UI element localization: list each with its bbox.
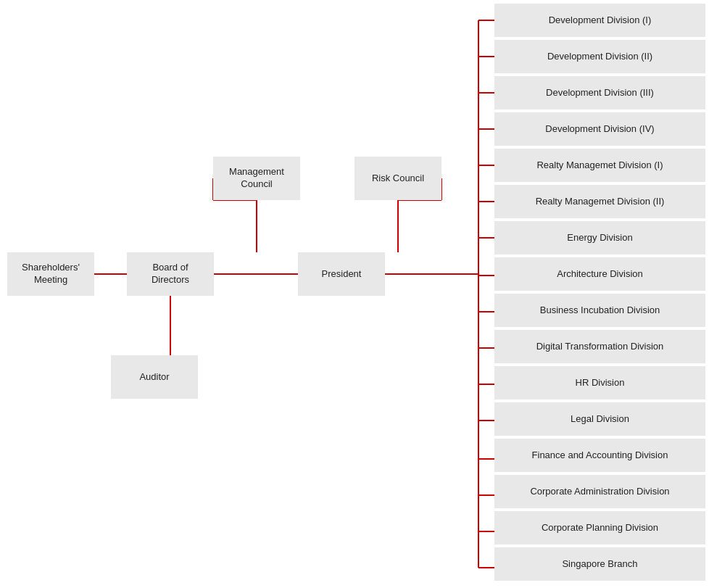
division-node-7: Architecture Division [494, 257, 705, 291]
division-node-10: HR Division [494, 366, 705, 399]
division-node-1: Development Division (II) [494, 40, 705, 73]
division-node-14: Corporate Planning Division [494, 511, 705, 544]
division-node-2: Development Division (III) [494, 76, 705, 109]
division-node-13: Corporate Administration Division [494, 475, 705, 508]
org-chart: Shareholders' Meeting Board of Directors… [0, 0, 709, 588]
division-node-15: Singapore Branch [494, 547, 705, 581]
division-node-11: Legal Division [494, 402, 705, 436]
division-node-0: Development Division (I) [494, 4, 705, 37]
management-council-node: Management Council [213, 157, 300, 200]
division-node-9: Digital Transformation Division [494, 330, 705, 363]
board-of-directors-node: Board of Directors [127, 252, 214, 296]
risk-council-node: Risk Council [354, 157, 441, 200]
division-node-12: Finance and Accounting Division [494, 439, 705, 472]
division-node-5: Realty Managemet Division (II) [494, 185, 705, 218]
division-node-8: Business Incubation Division [494, 294, 705, 327]
shareholders-meeting-node: Shareholders' Meeting [7, 252, 94, 296]
auditor-node: Auditor [111, 355, 198, 399]
division-node-4: Realty Managemet Division (I) [494, 149, 705, 182]
division-node-3: Development Division (IV) [494, 112, 705, 146]
president-node: President [298, 252, 385, 296]
division-node-6: Energy Division [494, 221, 705, 254]
